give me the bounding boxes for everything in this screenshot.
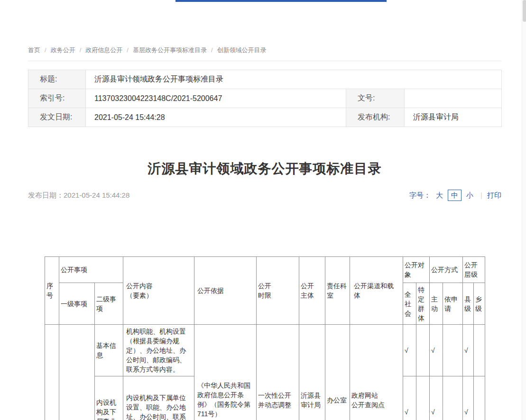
meta-index-label: 索引号: (28, 89, 86, 108)
font-size-label: 字号： (409, 189, 431, 201)
header-channel: 公开渠道和载体 (350, 257, 403, 325)
cell-dept: 办公室 (325, 325, 350, 420)
breadcrumb-separator: / (127, 46, 129, 54)
breadcrumb-item-info-disclosure[interactable]: 政府信息公开 (85, 46, 122, 54)
header-time-limit: 公开 时限 (257, 257, 299, 325)
header-mode-request: 依申请 (443, 283, 463, 325)
cell-content: 机构职能、机构设置（根据县委编办规定）、办公地址、办公时间、邮政编码、联系方式等… (123, 325, 194, 376)
breadcrumb-item-zwgk[interactable]: 政务公开 (51, 46, 75, 54)
font-size-medium-button[interactable]: 中 (448, 190, 461, 201)
header-level2: 二级事项 (95, 283, 123, 325)
meta-issue-date-label: 发文日期: (28, 108, 86, 127)
cell-seq (45, 325, 59, 420)
cell-mode-request (443, 325, 463, 376)
cell-mode-active: √ (430, 325, 443, 376)
publish-date-label: 发布日期： (28, 191, 64, 199)
meta-index-value: 11370323004223148C/2021-5200647 (86, 89, 346, 108)
page: 首页/政务公开/政府信息公开/基层政务公开事项标准目录/创新领域公开目录 标题:… (0, 0, 526, 420)
cell-time-limit: 一次性公开并动态调整 (257, 325, 299, 420)
publish-date: 发布日期：2021-05-24 15:44:28 (28, 189, 129, 201)
breadcrumb: 首页/政务公开/政府信息公开/基层政务公开事项标准目录/创新领域公开目录 (28, 0, 501, 61)
publish-date-value: 2021-05-24 15:44:28 (64, 191, 129, 199)
header-dept: 责任科室 (325, 257, 350, 325)
cell-level-town (474, 325, 485, 376)
page-title: 沂源县审计领域政务公开事项标准目录 (28, 160, 501, 177)
print-button[interactable]: 打印 (487, 189, 501, 201)
header-item-group: 公开事项 (59, 257, 123, 283)
meta-docno-value (405, 89, 502, 108)
header-seq: 序号 (45, 257, 59, 325)
breadcrumb-separator: / (45, 46, 46, 54)
cell-level2: 基本信息 (95, 325, 123, 376)
catalog-table: 序号 公开事项 公开内容 （要素） 公开依据 公开 时限 公开 主体 责任科室 … (45, 256, 485, 420)
catalog-header-row-1: 序号 公开事项 公开内容 （要素） 公开依据 公开 时限 公开 主体 责任科室 … (45, 257, 485, 283)
breadcrumb-item-home[interactable]: 首页 (28, 46, 40, 54)
header-audience-group: 公开对象 (403, 257, 430, 283)
cell-audience-specific (416, 325, 430, 376)
meta-title-label: 标题: (28, 70, 86, 89)
header-audience-all: 全社会 (403, 283, 416, 325)
font-size-small-button[interactable]: 小 (466, 189, 473, 201)
cell-level-town (474, 376, 485, 420)
meta-docno-label: 文号: (346, 89, 405, 108)
cell-subject: 沂源县审计局 (299, 325, 325, 420)
cell-audience-all: √ (403, 325, 416, 376)
breadcrumb-item-standard-catalog[interactable]: 基层政务公开事项标准目录 (133, 46, 207, 54)
cell-level2: 内设机构及下属事业 (95, 376, 123, 420)
article-toolbar: 发布日期：2021-05-24 15:44:28 字号： 大 中 小 | 打印 (28, 189, 501, 201)
meta-agency-value: 沂源县审计局 (405, 108, 502, 127)
font-size-large-button[interactable]: 大 (436, 189, 443, 201)
document-meta-table: 标题: 沂源县审计领域政务公开事项标准目录 索引号: 1137032300422… (28, 70, 502, 127)
cell-mode-request (443, 376, 463, 420)
meta-issue-date-value: 2021-05-24 15:44:28 (86, 108, 346, 127)
scrollbar-thumb[interactable] (523, 0, 526, 22)
header-level-county: 县级 (463, 283, 474, 325)
header-level-town: 乡级 (474, 283, 485, 325)
cell-level1 (59, 325, 95, 420)
cell-level-county: √ (463, 325, 474, 376)
content-area: 首页/政务公开/政府信息公开/基层政务公开事项标准目录/创新领域公开目录 标题:… (28, 0, 501, 420)
header-mode-group: 公开方式 (430, 257, 463, 283)
header-basis: 公开依据 (194, 257, 257, 325)
header-audience-specific: 特定群体 (416, 283, 430, 325)
font-size-controls: 字号： 大 中 小 | 打印 (409, 189, 501, 201)
cell-content: 内设机构及下属单位设置、职能、办公地址、办公时间、联系方式、负责人姓名 (123, 376, 194, 420)
header-level-group: 公开层级 (463, 257, 485, 283)
cell-level-county: √ (463, 376, 474, 420)
meta-row-title: 标题: 沂源县审计领域政务公开事项标准目录 (28, 70, 502, 89)
cell-basis: 《中华人民共和国政府信息公开条例》（国务院令第711号） (194, 325, 257, 420)
cell-audience-all: √ (403, 376, 416, 420)
breadcrumb-separator: / (211, 46, 213, 54)
cell-mode-active: √ (430, 376, 443, 420)
table-row: 基本信息 机构职能、机构设置（根据县委编办规定）、办公地址、办公时间、邮政编码、… (45, 325, 485, 376)
meta-row-date: 发文日期: 2021-05-24 15:44:28 发布机构: 沂源县审计局 (28, 108, 502, 127)
cell-channel: 政府网站 公开查阅点 (350, 325, 403, 420)
cell-audience-specific (416, 376, 430, 420)
header-mode-active: 主动 (430, 283, 443, 325)
header-content: 公开内容 （要素） (123, 257, 194, 325)
header-level1: 一级事项 (59, 283, 95, 325)
meta-title-value: 沂源县审计领域政务公开事项标准目录 (86, 70, 502, 89)
header-subject: 公开 主体 (299, 257, 325, 325)
breadcrumb-separator: / (80, 46, 82, 54)
breadcrumb-item-innovation-catalog[interactable]: 创新领域公开目录 (217, 46, 267, 54)
top-nav-bar-remnant (175, 0, 387, 2)
scrollbar-track[interactable] (522, 0, 526, 420)
meta-agency-label: 发布机构: (346, 108, 405, 127)
toolbar-divider: | (480, 189, 482, 201)
meta-row-index: 索引号: 11370323004223148C/2021-5200647 文号: (28, 89, 502, 108)
